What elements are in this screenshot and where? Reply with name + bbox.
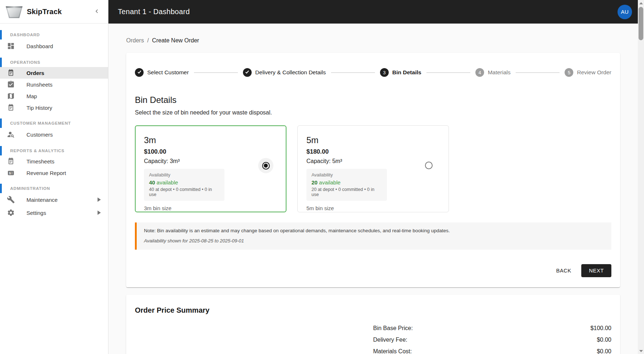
wizard-stepper: Select Customer Delivery & Collection De… [135,68,611,77]
sidebar-item-settings[interactable]: Settings [0,206,108,219]
sidebar-item-customers[interactable]: Customers [0,128,108,141]
bin-details-subheading: Select the size of bin needed for your w… [135,109,611,116]
bin-price: $180.00 [306,148,440,155]
step-label: Review Order [577,69,611,76]
check-icon [245,70,249,75]
scrollbar-down-arrow[interactable] [638,348,644,354]
page-title: Tenant 1 - Dashboard [118,8,618,16]
next-button[interactable]: NEXT [581,264,611,277]
bin-options-row: 3m $100.00 Capacity: 3m³ Availability 40… [135,125,611,212]
sidebar-item-label: Customers [26,132,101,138]
nav-section-operations: OPERATIONS Orders Runsheets Map [0,58,108,113]
sidebar-item-label: Maintenance [26,197,98,203]
svg-text:$: $ [9,171,11,175]
sidebar-item-label: Map [26,93,101,99]
step-label: Materials [488,69,511,76]
summary-value: $100.00 [590,325,611,332]
event-note-icon [7,157,15,166]
step-select-customer[interactable]: Select Customer [135,68,189,77]
bin-caption: 3m bin size [144,205,277,211]
back-button[interactable]: BACK [551,265,577,277]
bin-capacity: Capacity: 5m³ [306,158,440,164]
bin-size-title: 3m [144,135,277,145]
sidebar-item-dashboard[interactable]: Dashboard [0,39,108,53]
step-check-circle [135,68,144,77]
sidebar-item-timesheets[interactable]: Timesheets [0,155,108,167]
availability-title: Availability [311,172,382,178]
bin-radio-selected[interactable] [258,158,273,173]
step-label: Select Customer [147,69,189,76]
sidebar-nav: DASHBOARD Dashboard OPERATIONS Orders [0,24,108,219]
expand-right-icon [98,211,101,215]
sidebar-item-label: Orders [26,70,101,76]
event-note-icon [7,103,15,112]
map-icon [7,92,15,100]
app-title: SkipTrack [27,8,92,16]
step-label: Bin Details [392,69,421,76]
step-number-circle: 4 [475,68,484,77]
breadcrumb-orders-link[interactable]: Orders [126,37,144,44]
available-word: available [319,179,340,186]
skip-bin-logo-icon [6,5,22,18]
step-connector [426,72,470,73]
note-text: Note: Bin availability is an estimate an… [144,228,604,233]
bin-price: $100.00 [144,148,277,155]
summary-row: Materials Cost: $0.00 [373,346,611,354]
dashboard-icon [7,42,15,50]
sidebar-item-orders[interactable]: Orders [0,67,108,79]
sidebar-item-label: Dashboard [26,43,101,49]
bin-details-heading: Bin Details [135,95,611,105]
breadcrumb: Orders / Create New Order [126,37,620,44]
bin-caption: 5m bin size [306,205,440,211]
step-check-circle [243,68,252,77]
available-count-line: 20 available [311,179,382,186]
order-price-summary-card: Order Price Summary Bin Base Price: $100… [126,295,620,354]
step-number-circle: 5 [565,68,573,77]
summary-value: $0.00 [597,348,611,354]
sidebar-item-label: Runsheets [26,82,101,88]
bin-radio-unselected[interactable] [421,158,436,173]
bin-option-5m[interactable]: 5m $180.00 Capacity: 5m³ Availability 20… [297,125,449,212]
stock-detail: 20 at depot • 0 committed • 0 in use [311,187,382,197]
sidebar-item-label: Tip History [26,105,101,111]
sidebar-item-revenue-report[interactable]: $ Revenue Report [0,167,108,179]
scrollbar-up-arrow[interactable] [638,0,644,6]
sidebar-item-runsheets[interactable]: Runsheets [0,79,108,90]
step-label: Delivery & Collection Details [255,69,326,76]
sidebar-item-tip-history[interactable]: Tip History [0,102,108,113]
step-review-order: 5 Review Order [565,68,611,77]
user-avatar[interactable]: AU [618,5,632,19]
nav-section-label: REPORTS & ANALYTICS [10,149,65,153]
sidebar-item-label: Revenue Report [26,170,101,176]
expand-right-icon [98,197,101,202]
person-search-icon [7,130,15,139]
available-count-line: 40 available [149,179,219,186]
scrollbar-thumb[interactable] [639,7,643,40]
check-icon [137,70,142,75]
order-wizard-card: Select Customer Delivery & Collection De… [126,53,620,287]
available-count: 40 [149,179,155,186]
available-word: available [157,179,178,186]
sidebar-item-maintenance[interactable]: Maintenance [0,193,108,206]
step-number-circle: 3 [380,68,389,77]
main-content: Orders / Create New Order Select Custome… [108,24,638,354]
sidebar: SkipTrack DASHBOARD Dashboard OPERATIONS [0,0,108,354]
step-delivery-collection[interactable]: Delivery & Collection Details [243,68,326,77]
summary-value: $0.00 [597,337,611,343]
nav-section-label: CUSTOMER MANAGEMENT [10,121,71,125]
nav-section-customer-management: CUSTOMER MANAGEMENT Customers [0,118,108,141]
sidebar-item-label: Timesheets [26,158,101,164]
chevron-left-icon [94,8,100,16]
nav-section-label: DASHBOARD [10,33,40,37]
nav-section-reports-analytics: REPORTS & ANALYTICS Timesheets $ Revenue… [0,146,108,179]
note-date-range: Availability shown for 2025-08-25 to 202… [144,238,604,243]
summary-label: Bin Base Price: [373,325,413,332]
collapse-sidebar-button[interactable] [92,7,102,17]
nav-section-label: ADMINISTRATION [10,186,50,191]
vertical-scrollbar[interactable] [638,0,644,354]
step-bin-details[interactable]: 3 Bin Details [380,68,421,77]
sidebar-item-map[interactable]: Map [0,90,108,102]
step-connector [194,72,238,73]
bin-option-3m[interactable]: 3m $100.00 Capacity: 3m³ Availability 40… [135,125,286,212]
step-connector [331,72,375,73]
